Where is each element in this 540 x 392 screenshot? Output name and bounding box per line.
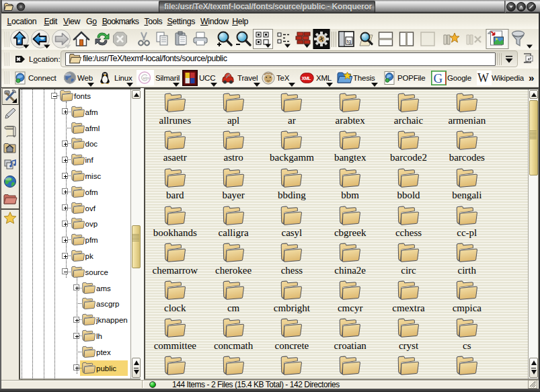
svg-text:XML: XML bbox=[302, 76, 312, 81]
svg-text:tg: tg bbox=[347, 38, 352, 44]
svg-text:W: W bbox=[477, 71, 489, 85]
svg-text:silm: silm bbox=[143, 76, 150, 80]
svg-text:G: G bbox=[434, 71, 443, 85]
